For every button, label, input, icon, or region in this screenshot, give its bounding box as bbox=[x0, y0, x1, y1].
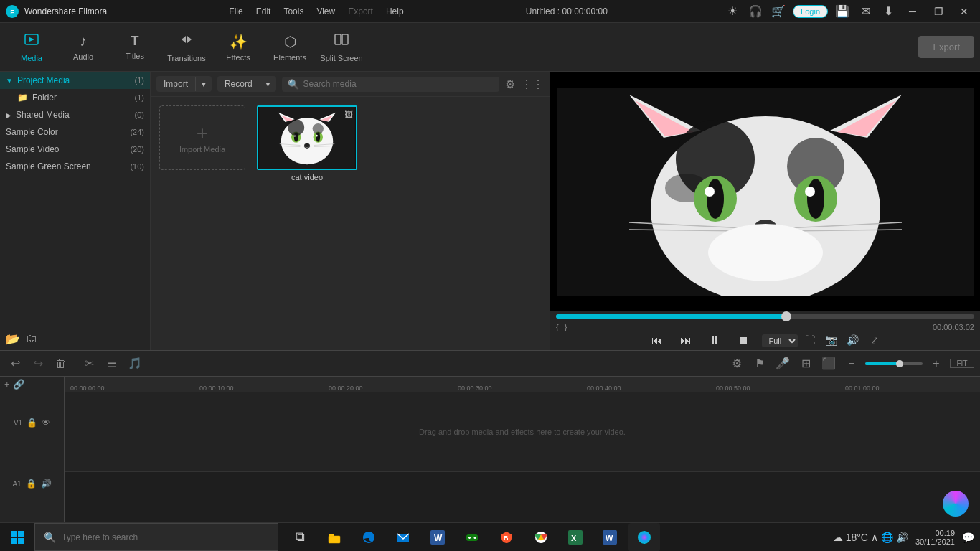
sidebar-item-folder[interactable]: 📁 Folder (1) bbox=[0, 89, 150, 106]
search-input[interactable] bbox=[303, 79, 494, 89]
minimize-button[interactable]: ─ bbox=[903, 4, 923, 19]
progress-thumb[interactable] bbox=[781, 311, 791, 321]
toolbar-transitions[interactable]: Transitions bbox=[161, 26, 212, 69]
redo-button[interactable]: ↪ bbox=[29, 357, 47, 370]
crop-timeline-icon[interactable]: ⬛ bbox=[819, 357, 838, 370]
maximize-button[interactable]: ❐ bbox=[928, 4, 948, 19]
taskbar-app-mail[interactable] bbox=[387, 523, 419, 552]
menu-help[interactable]: Help bbox=[380, 4, 410, 19]
svg-rect-3 bbox=[335, 34, 341, 44]
clock-date: 30/11/2021 bbox=[915, 537, 955, 546]
media-item-cat-video[interactable]: 🖼 cat video bbox=[257, 105, 357, 182]
taskbar-app-task-view[interactable]: ⧉ bbox=[284, 523, 316, 552]
taskbar-app-explorer[interactable] bbox=[319, 523, 350, 552]
mute-icon[interactable]: 🔊 bbox=[41, 479, 52, 489]
delete-button[interactable]: 🗑 bbox=[52, 357, 70, 370]
record-button[interactable]: Record bbox=[217, 76, 260, 92]
menu-tools[interactable]: Tools bbox=[278, 4, 309, 19]
taskbar-search-input[interactable] bbox=[62, 532, 269, 542]
toolbar-audio[interactable]: ♪ Audio bbox=[57, 26, 109, 69]
record-dropdown-arrow[interactable]: ▼ bbox=[260, 77, 276, 91]
quality-select[interactable]: Full1/21/4 bbox=[762, 334, 798, 347]
start-button[interactable] bbox=[0, 523, 34, 552]
audio-label: Audio bbox=[73, 52, 93, 61]
screenshot-icon[interactable]: 📷 bbox=[822, 334, 841, 347]
menu-view[interactable]: View bbox=[311, 4, 341, 19]
taskbar-app-word2[interactable]: W bbox=[594, 523, 626, 552]
menu-export[interactable]: Export bbox=[342, 4, 379, 19]
time-brackets: { } bbox=[556, 323, 567, 331]
lock-video-icon[interactable]: 🔒 bbox=[27, 418, 37, 428]
menu-file[interactable]: File bbox=[223, 4, 248, 19]
sidebar-item-project-media[interactable]: ▼ Project Media (1) bbox=[0, 72, 150, 89]
lock-audio-icon[interactable]: 🔒 bbox=[26, 479, 37, 489]
remove-folder-icon[interactable]: 🗂 bbox=[26, 332, 37, 346]
volume-icon[interactable]: 🔊 bbox=[844, 334, 862, 347]
crop-icon[interactable]: ⛶ bbox=[801, 334, 819, 347]
add-folder-icon[interactable]: 📂 bbox=[6, 332, 20, 346]
link-icon[interactable]: 🔗 bbox=[13, 379, 24, 390]
track-settings-icon[interactable]: ⚙ bbox=[727, 357, 746, 370]
svg-point-38 bbox=[805, 187, 815, 197]
taskbar-app-brave[interactable]: B bbox=[491, 523, 522, 552]
zoom-slider[interactable] bbox=[865, 362, 923, 365]
taskbar-app-filmora[interactable] bbox=[628, 523, 660, 552]
adjust-button[interactable]: ⚌ bbox=[103, 357, 121, 370]
close-button[interactable]: ✕ bbox=[954, 4, 974, 19]
marker-icon[interactable]: ⚑ bbox=[750, 357, 769, 370]
fit-icon[interactable]: FIT bbox=[950, 359, 974, 368]
stop-button[interactable]: ⏹ bbox=[733, 334, 753, 347]
taskbar-app-excel[interactable]: X bbox=[560, 523, 591, 552]
network-icon[interactable]: 🌐 bbox=[881, 532, 893, 543]
grid-icon[interactable]: ⋮⋮ bbox=[521, 77, 544, 91]
taskbar-app-chrome[interactable] bbox=[525, 523, 557, 552]
svg-rect-46 bbox=[18, 531, 24, 537]
taskbar-app-games[interactable] bbox=[456, 523, 488, 552]
zoom-out-icon[interactable]: − bbox=[842, 357, 861, 370]
pause-button[interactable]: ⏸ bbox=[705, 334, 725, 347]
progress-bar[interactable] bbox=[556, 314, 974, 319]
import-media-tile[interactable]: + Import Media bbox=[159, 105, 245, 170]
sidebar-item-sample-color[interactable]: Sample Color (24) bbox=[0, 123, 150, 141]
add-track-icon[interactable]: + bbox=[4, 379, 10, 390]
sidebar-item-sample-green[interactable]: Sample Green Screen (10) bbox=[0, 158, 150, 175]
taskbar-app-edge[interactable] bbox=[353, 523, 385, 552]
toolbar-elements[interactable]: ⬡ Elements bbox=[264, 26, 316, 69]
volume-sys-icon[interactable]: 🔊 bbox=[896, 532, 908, 543]
headset-icon[interactable]: 🎧 bbox=[747, 4, 764, 18]
login-button[interactable]: Login bbox=[793, 5, 828, 18]
skip-back-button[interactable]: ⏮ bbox=[647, 334, 667, 347]
video-track-lane: Drag and drop media and effects here to … bbox=[65, 392, 980, 472]
toolbar-media[interactable]: Media bbox=[6, 26, 57, 69]
undo-button[interactable]: ↩ bbox=[6, 357, 24, 370]
frame-back-button[interactable]: ⏭ bbox=[676, 334, 696, 347]
audio-button[interactable]: 🎵 bbox=[126, 357, 144, 370]
brightness-icon[interactable]: ☀ bbox=[724, 4, 741, 18]
export-button[interactable]: Export bbox=[918, 36, 974, 58]
cut-button[interactable]: ✂ bbox=[80, 357, 98, 370]
save-icon[interactable]: 💾 bbox=[834, 4, 851, 18]
cart-icon[interactable]: 🛒 bbox=[770, 4, 787, 18]
mic-icon[interactable]: 🎤 bbox=[773, 357, 792, 370]
import-button[interactable]: Import bbox=[156, 76, 195, 92]
download-icon[interactable]: ⬇ bbox=[880, 4, 897, 18]
menu-edit[interactable]: Edit bbox=[250, 4, 277, 19]
cloud-icon[interactable]: ☁ bbox=[833, 532, 843, 543]
notification-button[interactable]: 💬 bbox=[962, 532, 974, 543]
toolbar-splitscreen[interactable]: Split Screen bbox=[316, 26, 367, 69]
import-dropdown-arrow[interactable]: ▼ bbox=[195, 77, 212, 91]
fullscreen-icon[interactable]: ⤢ bbox=[865, 334, 884, 347]
eye-icon[interactable]: 👁 bbox=[42, 418, 50, 428]
sidebar-item-shared-media[interactable]: ▶ Shared Media (0) bbox=[0, 106, 150, 123]
svg-text:X: X bbox=[571, 534, 577, 542]
notification-icon[interactable]: ✉ bbox=[857, 4, 874, 18]
toolbar-titles[interactable]: T Titles bbox=[109, 26, 161, 69]
sidebar-item-sample-video[interactable]: Sample Video (20) bbox=[0, 141, 150, 158]
snap-icon[interactable]: ⊞ bbox=[796, 357, 815, 370]
zoom-in-icon[interactable]: + bbox=[927, 357, 946, 370]
svg-point-22 bbox=[288, 119, 304, 136]
toolbar-effects[interactable]: ✨ Effects bbox=[212, 26, 264, 69]
filter-icon[interactable]: ⚙ bbox=[505, 77, 515, 91]
system-tray-arrow[interactable]: ∧ bbox=[871, 532, 878, 543]
taskbar-app-word[interactable]: W bbox=[422, 523, 453, 552]
